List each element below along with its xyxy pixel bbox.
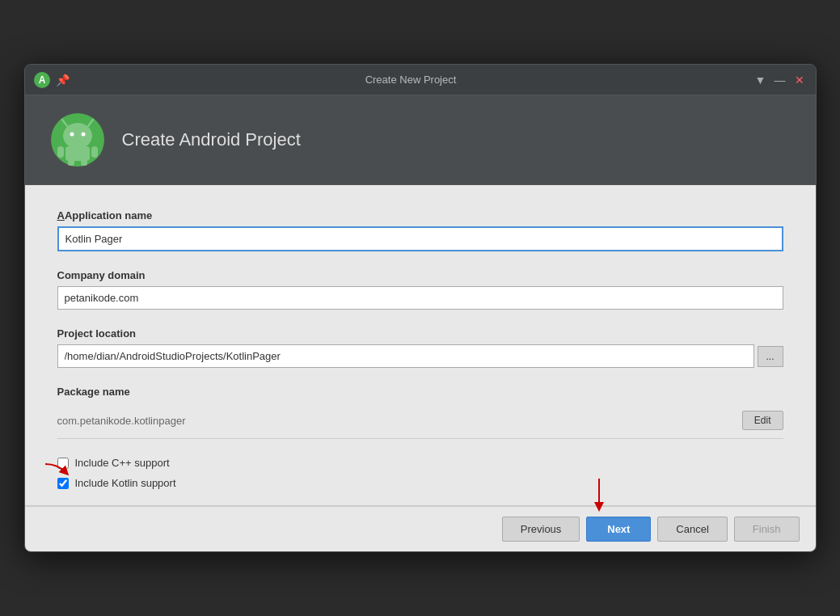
dialog-title: Create Android Project [122, 129, 301, 150]
dialog-content: AApplication name Company domain Project… [25, 185, 816, 505]
cancel-button[interactable]: Cancel [657, 517, 727, 542]
menu-button[interactable]: ▼ [753, 72, 769, 88]
arrow-next-icon [583, 475, 615, 515]
pin-icon: 📌 [56, 74, 70, 86]
svg-rect-12 [81, 159, 87, 166]
dialog-footer: Previous Next Cancel Finish [25, 506, 816, 551]
app-name-input[interactable] [57, 226, 783, 251]
svg-rect-9 [57, 146, 64, 158]
minimize-button[interactable]: — [772, 72, 788, 88]
edit-button[interactable]: Edit [742, 411, 783, 430]
company-domain-input[interactable] [57, 286, 783, 310]
android-studio-icon: A [33, 71, 51, 89]
location-row: ... [57, 344, 783, 368]
package-row: com.petanikode.kotlinpager Edit [57, 403, 783, 439]
app-name-label: AApplication name [57, 209, 783, 222]
cpp-support-row: Include C++ support [57, 457, 783, 469]
svg-point-7 [81, 133, 85, 137]
svg-point-6 [70, 133, 74, 137]
title-bar-left: A 📌 [33, 71, 70, 89]
arrow-cpp-icon [41, 460, 74, 484]
svg-text:A: A [38, 74, 45, 86]
browse-button[interactable]: ... [758, 346, 783, 367]
company-domain-label: Company domain [57, 269, 783, 281]
title-bar-title: Create New Project [70, 74, 753, 86]
dialog-header: Create Android Project [25, 95, 816, 185]
project-location-group: Project location ... [57, 327, 783, 368]
app-name-group: AApplication name [57, 209, 783, 251]
next-button[interactable]: Next [586, 517, 651, 542]
company-domain-group: Company domain [57, 269, 783, 310]
svg-rect-11 [68, 159, 74, 166]
kotlin-support-row: Include Kotlin support [57, 477, 783, 489]
kotlin-support-label: Include Kotlin support [75, 477, 176, 489]
svg-rect-10 [91, 146, 98, 158]
project-location-label: Project location [57, 327, 783, 340]
dialog-window: A 📌 Create New Project ▼ — ✕ [24, 64, 817, 552]
previous-button[interactable]: Previous [502, 517, 580, 542]
title-bar-controls: ▼ — ✕ [753, 72, 808, 88]
svg-rect-8 [65, 146, 90, 161]
package-name-group: Package name com.petanikode.kotlinpager … [57, 386, 783, 439]
close-button[interactable]: ✕ [791, 72, 808, 88]
project-location-input[interactable] [57, 344, 754, 368]
package-name-value: com.petanikode.kotlinpager [57, 415, 186, 427]
finish-button[interactable]: Finish [734, 517, 800, 542]
cpp-support-label: Include C++ support [75, 457, 170, 469]
package-name-label: Package name [57, 386, 783, 398]
android-logo [49, 112, 106, 168]
checkbox-group: Include C++ support Include Kotlin suppo… [57, 457, 783, 489]
title-bar: A 📌 Create New Project ▼ — ✕ [25, 65, 816, 95]
